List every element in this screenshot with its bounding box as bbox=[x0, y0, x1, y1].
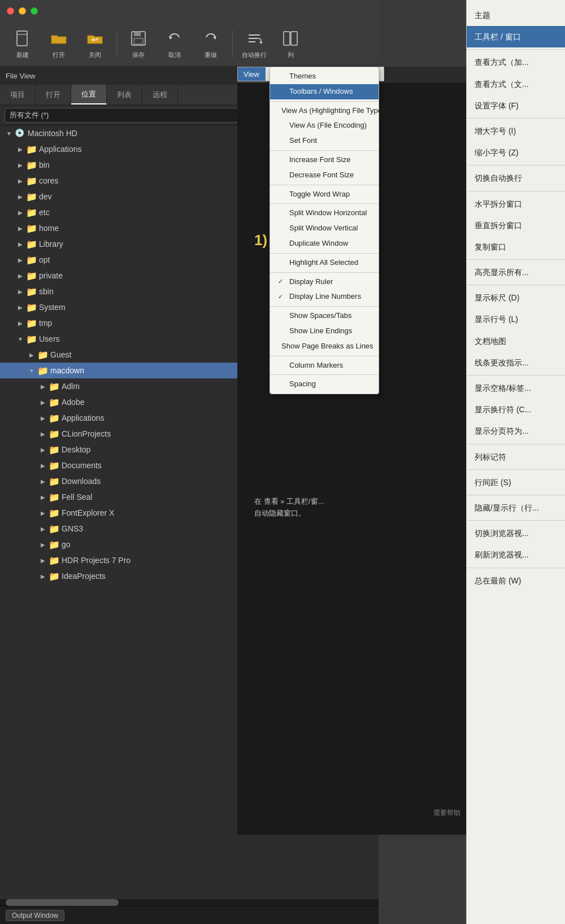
right-menu-split-h[interactable]: 水平拆分窗口 bbox=[467, 193, 565, 215]
toolbar-redo-button[interactable]: 重做 bbox=[194, 24, 228, 64]
right-menu-split-v[interactable]: 垂直拆分窗口 bbox=[467, 215, 565, 236]
columns-label: 列 bbox=[288, 51, 294, 59]
menu-display-line-numbers[interactable]: Display Line Numbers bbox=[270, 289, 379, 304]
right-menu-column-markers[interactable]: 列标记符 bbox=[467, 446, 565, 468]
right-menu-label: 列标记符 bbox=[475, 452, 506, 462]
menu-sep-3 bbox=[270, 185, 379, 185]
h-scrollbar[interactable] bbox=[0, 899, 379, 906]
toolbar-save-button[interactable]: 保存 bbox=[121, 24, 155, 64]
folder-icon: 📁 bbox=[26, 255, 36, 265]
autowrap-label: 自动换行 bbox=[242, 51, 267, 59]
toolbar-autowrap-button[interactable]: 自动换行 bbox=[237, 24, 271, 64]
menu-spacing[interactable]: Spacing bbox=[270, 377, 379, 392]
right-menu-label: 总在最前 (W) bbox=[475, 576, 521, 586]
tab-list[interactable]: 列表 bbox=[107, 85, 142, 104]
folder-icon: 📁 bbox=[26, 239, 36, 249]
right-menu-change-indicator[interactable]: 线条更改指示... bbox=[467, 352, 565, 373]
right-menu-highlight-all[interactable]: 高亮显示所有... bbox=[467, 261, 565, 283]
right-menu-label: 显示分页符为... bbox=[475, 426, 529, 436]
tab-location[interactable]: 位置 bbox=[71, 85, 107, 104]
menu-themes[interactable]: Themes bbox=[270, 69, 379, 84]
tree-label: IdeaProjects bbox=[62, 572, 106, 581]
menu-highlight-all[interactable]: Highlight All Selected bbox=[270, 255, 379, 271]
tree-arrow bbox=[16, 319, 25, 328]
folder-icon: 📁 bbox=[26, 302, 36, 312]
tree-label: home bbox=[39, 224, 59, 233]
tree-label: System bbox=[39, 303, 66, 312]
right-menu-show-lineendings[interactable]: 显示换行符 (C... bbox=[467, 399, 565, 420]
right-menu-sep bbox=[467, 375, 565, 376]
right-menu-show-pagebreaks[interactable]: 显示分页符为... bbox=[467, 420, 565, 442]
right-menu-label: 复制窗口 bbox=[475, 242, 506, 252]
tree-arrow bbox=[38, 429, 47, 438]
folder-icon: 📁 bbox=[26, 334, 36, 344]
tree-label: CLionProjects bbox=[62, 429, 111, 438]
close-button[interactable] bbox=[7, 7, 14, 15]
tree-label: Downloads bbox=[62, 477, 101, 486]
right-menu-always-front[interactable]: 总在最前 (W) bbox=[467, 570, 565, 591]
right-menu-increase-font[interactable]: 增大字号 (I) bbox=[467, 120, 565, 142]
toolbar-columns-button[interactable]: 列 bbox=[273, 24, 307, 64]
menu-display-ruler[interactable]: Display Ruler bbox=[270, 274, 379, 290]
right-menu-duplicate[interactable]: 复制窗口 bbox=[467, 236, 565, 258]
tree-label: Library bbox=[39, 239, 63, 249]
context-menu-view[interactable]: View bbox=[238, 67, 266, 81]
menu-toggle-wrap[interactable]: Toggle Word Wrap bbox=[270, 187, 379, 202]
right-menu-show-spaces[interactable]: 显示空格/标签... bbox=[467, 377, 565, 399]
menu-sep-4 bbox=[270, 203, 379, 204]
menu-split-vertical[interactable]: Split Window Vertical bbox=[270, 221, 379, 236]
right-menu-toolbars[interactable]: 工具栏 / 窗口 bbox=[467, 26, 565, 47]
right-menu-view-highlighting[interactable]: 查看方式（加... bbox=[467, 51, 565, 73]
toolbar-new-button[interactable]: 新建 bbox=[6, 24, 40, 64]
folder-icon: 📁 bbox=[37, 365, 47, 376]
right-menu-label: 显示标尺 (D) bbox=[475, 293, 519, 303]
folder-icon: 📁 bbox=[49, 413, 59, 423]
tab-project[interactable]: 项目 bbox=[0, 85, 36, 104]
right-menu-ruler[interactable]: 显示标尺 (D) bbox=[467, 287, 565, 308]
folder-icon: 📁 bbox=[49, 492, 59, 502]
right-menu-line-spacing[interactable]: 行间距 (S) bbox=[467, 472, 565, 493]
minimize-button[interactable] bbox=[19, 7, 26, 15]
menu-show-line-endings[interactable]: Show Line Endings bbox=[270, 324, 379, 339]
menu-view-highlighting[interactable]: View As (Highlighting File Type) bbox=[270, 103, 379, 119]
menu-split-horizontal[interactable]: Split Window Horizontal bbox=[270, 206, 379, 221]
menu-decrease-font[interactable]: Decrease Font Size bbox=[270, 168, 379, 183]
tree-arrow bbox=[27, 350, 36, 359]
h-scrollbar-thumb[interactable] bbox=[6, 899, 119, 906]
menu-set-font[interactable]: Set Font bbox=[270, 133, 379, 149]
right-menu-decrease-font[interactable]: 缩小字号 (Z) bbox=[467, 142, 565, 163]
right-menu-line-numbers[interactable]: 显示行号 (L) bbox=[467, 308, 565, 330]
folder-icon: 📁 bbox=[49, 444, 59, 455]
right-menu-doc-map[interactable]: 文档地图 bbox=[467, 330, 565, 352]
tree-arrow bbox=[16, 160, 25, 169]
tree-label: etc bbox=[39, 208, 50, 217]
output-window-btn[interactable]: Output Window bbox=[6, 910, 64, 921]
right-menu-toggle-browser[interactable]: 切换浏览器视... bbox=[467, 522, 565, 544]
right-menu-toggle-wrap[interactable]: 切换自动换行 bbox=[467, 167, 565, 189]
maximize-button[interactable] bbox=[31, 7, 38, 15]
menu-duplicate-window[interactable]: Duplicate Window bbox=[270, 236, 379, 251]
tab-open[interactable]: 打开 bbox=[36, 85, 71, 104]
folder-icon: 📁 bbox=[26, 160, 36, 170]
redo-icon bbox=[201, 28, 221, 49]
toolbar-close-button[interactable]: ↩ 关闭 bbox=[78, 24, 112, 64]
tab-remote[interactable]: 远程 bbox=[142, 85, 178, 104]
right-menu-set-font[interactable]: 设置字体 (F) bbox=[467, 95, 565, 116]
menu-toolbars[interactable]: Toolbars / Windows bbox=[270, 84, 379, 99]
right-menu-refresh-browser[interactable]: 刷新浏览器视... bbox=[467, 544, 565, 565]
toolbar-open-button[interactable]: 打开 bbox=[42, 24, 76, 64]
menu-increase-font[interactable]: Increase Font Size bbox=[270, 152, 379, 168]
tree-arrow bbox=[38, 556, 47, 565]
right-menu-view-encoding[interactable]: 查看方式（文... bbox=[467, 73, 565, 95]
folder-icon: 📁 bbox=[49, 397, 59, 407]
right-menu-themes[interactable]: 主题 bbox=[467, 5, 565, 26]
right-menu-hide-show-lines[interactable]: 隐藏/显示行（行... bbox=[467, 497, 565, 518]
menu-sep-8 bbox=[270, 356, 379, 356]
menu-show-spaces[interactable]: Show Spaces/Tabs bbox=[270, 308, 379, 324]
menu-show-page-breaks[interactable]: Show Page Breaks as Lines bbox=[270, 339, 379, 354]
instruction-line2: 自动隐藏窗口。 bbox=[254, 508, 324, 520]
menu-column-markers[interactable]: Column Markers bbox=[270, 358, 379, 373]
tree-label: Documents bbox=[62, 461, 102, 470]
toolbar-undo-button[interactable]: 取消 bbox=[158, 24, 192, 64]
menu-view-encoding[interactable]: View As (File Encoding) bbox=[270, 118, 379, 133]
